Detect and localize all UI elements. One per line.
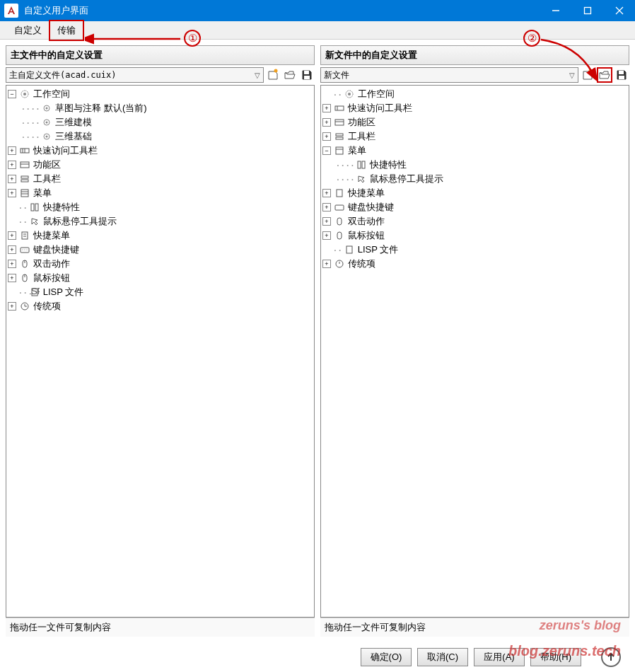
svg-rect-62 <box>346 246 352 253</box>
open-folder-icon[interactable] <box>597 67 612 83</box>
tree-node-ws3[interactable]: ····三维基础 <box>21 129 313 144</box>
svg-rect-44 <box>619 71 624 74</box>
tree-node-legacy[interactable]: +传统项 <box>322 257 627 271</box>
cursor-icon <box>29 216 40 227</box>
svg-rect-50 <box>335 120 344 125</box>
new-file-icon[interactable] <box>580 67 595 83</box>
svg-point-33 <box>27 250 28 250</box>
tree-node-menu[interactable]: +菜单 <box>8 186 313 200</box>
tree-node-toolbar[interactable]: +工具栏 <box>8 172 313 186</box>
mouse-icon <box>19 258 30 270</box>
tab-transfer[interactable]: 传输 <box>49 20 84 41</box>
expand-icon[interactable]: + <box>322 132 331 141</box>
left-file-dropdown[interactable]: 主自定义文件(acad.cuix) ▽ <box>6 67 264 83</box>
title-bar: 自定义用户界面 <box>0 0 635 21</box>
watermark-1: zeruns's blog <box>540 618 621 633</box>
tree-node-keyboard[interactable]: +键盘快捷键 <box>8 243 313 257</box>
svg-rect-59 <box>335 205 344 210</box>
left-panel: 主文件中的自定义设置 主自定义文件(acad.cuix) ▽ − 工作空间 ··… <box>6 45 315 637</box>
tree-node-hover-tip[interactable]: ··鼠标悬停工具提示 <box>8 214 313 228</box>
menu-icon <box>19 187 30 199</box>
right-panel: 新文件中的自定义设置 新文件 ▽ ··工作空间 +快速访问工具栏 +功能区 +工… <box>320 45 629 637</box>
collapse-icon[interactable]: − <box>322 146 331 155</box>
svg-point-14 <box>46 136 48 138</box>
tabs-row: 自定义 传输 <box>0 21 635 40</box>
svg-rect-26 <box>35 204 38 211</box>
cursor-icon <box>356 173 367 185</box>
right-tree[interactable]: ··工作空间 +快速访问工具栏 +功能区 +工具栏 −菜单 ····快捷特性 ·… <box>320 85 629 618</box>
tree-node-shortcut-menu[interactable]: +快捷菜单 <box>322 186 627 200</box>
save-icon[interactable] <box>299 67 315 83</box>
file-icon: LSP <box>29 286 40 298</box>
tree-node-lisp[interactable]: ··LSPLISP 文件 <box>8 285 313 299</box>
expand-icon[interactable]: + <box>322 118 331 127</box>
expand-icon[interactable]: + <box>8 146 16 155</box>
tree-node-lisp[interactable]: ··LISP 文件 <box>322 243 627 257</box>
tree-node-mouse-btn[interactable]: +鼠标按钮 <box>8 271 313 285</box>
ok-button[interactable]: 确定(O) <box>361 648 412 666</box>
collapse-icon[interactable]: − <box>8 90 16 98</box>
tree-node-quick-props[interactable]: ····快捷特性 <box>335 158 627 172</box>
toolbar-icon <box>334 103 345 114</box>
expand-icon[interactable]: + <box>8 245 16 254</box>
expand-icon[interactable]: + <box>8 161 16 169</box>
expand-icon[interactable]: + <box>8 231 16 240</box>
cancel-button[interactable]: 取消(C) <box>417 648 468 666</box>
menu-icon <box>334 145 345 156</box>
tree-node-workspace[interactable]: ··工作空间 <box>322 87 627 101</box>
tree-node-toolbar[interactable]: +工具栏 <box>322 129 627 144</box>
tree-node-quick-access[interactable]: +快速访问工具栏 <box>8 144 313 158</box>
svg-rect-48 <box>335 106 344 110</box>
tree-node-ws1[interactable]: ····草图与注释 默认(当前) <box>21 101 313 115</box>
tab-customize[interactable]: 自定义 <box>7 21 49 40</box>
expand-icon[interactable]: + <box>8 175 16 183</box>
expand-icon[interactable]: + <box>322 260 331 268</box>
keyboard-icon <box>334 202 345 213</box>
tree-node-ribbon[interactable]: +功能区 <box>8 158 313 172</box>
maximize-button[interactable] <box>571 0 603 21</box>
window-controls <box>540 0 635 21</box>
gear-icon <box>344 88 355 100</box>
tree-node-menu[interactable]: −菜单 <box>322 144 627 158</box>
save-icon[interactable] <box>614 67 629 83</box>
expand-icon[interactable]: + <box>8 302 16 311</box>
svg-rect-6 <box>304 76 310 79</box>
expand-icon[interactable]: + <box>8 260 16 268</box>
tree-node-keyboard[interactable]: +键盘快捷键 <box>322 200 627 214</box>
tree-node-workspace[interactable]: − 工作空间 <box>8 87 313 101</box>
tree-node-legacy[interactable]: +传统项 <box>8 299 313 313</box>
svg-rect-45 <box>619 76 624 79</box>
open-folder-icon[interactable] <box>282 67 298 83</box>
svg-rect-61 <box>337 232 342 239</box>
new-file-icon[interactable] <box>265 67 281 83</box>
expand-icon[interactable]: + <box>322 231 331 240</box>
svg-point-8 <box>23 93 26 95</box>
close-button[interactable] <box>603 0 635 21</box>
dropdown-text: 主自定义文件(acad.cuix) <box>9 69 255 81</box>
expand-icon[interactable]: + <box>8 189 16 197</box>
tree-node-shortcut-menu[interactable]: +快捷菜单 <box>8 228 313 243</box>
expand-icon[interactable]: + <box>322 189 331 197</box>
right-file-dropdown[interactable]: 新文件 ▽ <box>320 67 578 83</box>
svg-rect-27 <box>22 232 28 239</box>
svg-rect-57 <box>362 161 365 168</box>
expand-icon[interactable]: + <box>322 217 331 226</box>
expand-icon[interactable]: + <box>322 104 331 112</box>
gear-icon <box>41 117 52 128</box>
tree-node-dblclick[interactable]: +双击动作 <box>322 214 627 228</box>
tree-node-ws2[interactable]: ····三维建模 <box>21 115 313 129</box>
svg-rect-52 <box>336 134 343 136</box>
expand-icon[interactable]: + <box>8 274 16 282</box>
minimize-button[interactable] <box>540 0 571 21</box>
tree-node-quick-props[interactable]: ··快捷特性 <box>8 200 313 214</box>
tree-node-dblclick[interactable]: +双击动作 <box>8 257 313 271</box>
left-tree[interactable]: − 工作空间 ····草图与注释 默认(当前) ····三维建模 ····三维基… <box>6 85 315 618</box>
tree-node-mouse-btn[interactable]: +鼠标按钮 <box>322 228 627 243</box>
tree-node-quick-access[interactable]: +快速访问工具栏 <box>322 101 627 115</box>
svg-rect-54 <box>336 147 343 154</box>
tree-node-ribbon[interactable]: +功能区 <box>322 115 627 129</box>
svg-rect-25 <box>31 204 34 211</box>
expand-icon[interactable]: + <box>322 203 331 212</box>
toolbar-icon <box>19 173 30 185</box>
tree-node-hover-tip[interactable]: ····鼠标悬停工具提示 <box>335 172 627 186</box>
